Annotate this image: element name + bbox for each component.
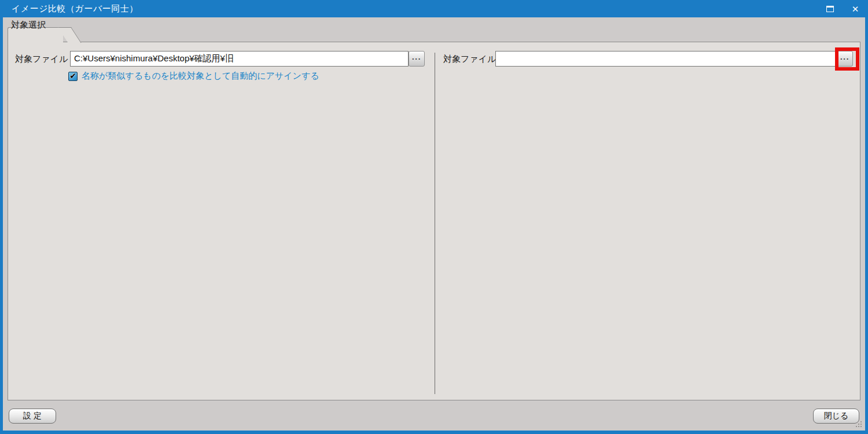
settings-button[interactable]: 設 定 [9,409,56,424]
ellipsis-icon: ··· [840,54,849,63]
auto-assign-checkbox[interactable]: ✔ [68,72,78,81]
left-browse-button[interactable]: ··· [409,51,425,67]
close-window-button[interactable]: ✕ [843,0,868,17]
checkmark-icon: ✔ [69,72,76,80]
maximize-button[interactable] [817,0,843,17]
close-icon: ✕ [852,5,859,13]
close-dialog-button[interactable]: 閉じる [813,409,859,424]
settings-button-label: 設 定 [23,411,42,421]
dialog-window: イメージ比較（ガーバー同士） ✕ 対象選択 対象ファイル ··· ✔ [0,0,868,434]
window-controls: ✕ [817,0,868,17]
maximize-icon [826,6,834,12]
close-button-label: 閉じる [824,411,849,421]
title-bar: イメージ比較（ガーバー同士） ✕ [0,0,868,17]
resize-grip[interactable] [856,421,857,422]
left-file-path-input[interactable] [70,51,409,67]
tab-panel: 対象ファイル ··· ✔ 名称が類似するものを比較対象として自動的にアサインする… [8,42,860,400]
panel-divider [435,53,435,394]
auto-assign-option: ✔ 名称が類似するものを比較対象として自動的にアサインする [68,71,319,82]
client-area: 対象選択 対象ファイル ··· ✔ 名称が類似するものを比較対象として自動的にア… [3,17,865,431]
right-browse-button[interactable]: ··· [837,51,853,67]
auto-assign-label[interactable]: 名称が類似するものを比較対象として自動的にアサインする [82,71,319,82]
tab-label: 対象選択 [11,20,46,31]
left-file-label: 対象ファイル [15,54,68,65]
right-file-path-input[interactable] [495,51,837,67]
right-file-label: 対象ファイル [443,54,496,65]
window-title: イメージ比較（ガーバー同士） [12,3,138,14]
ellipsis-icon: ··· [412,54,421,63]
